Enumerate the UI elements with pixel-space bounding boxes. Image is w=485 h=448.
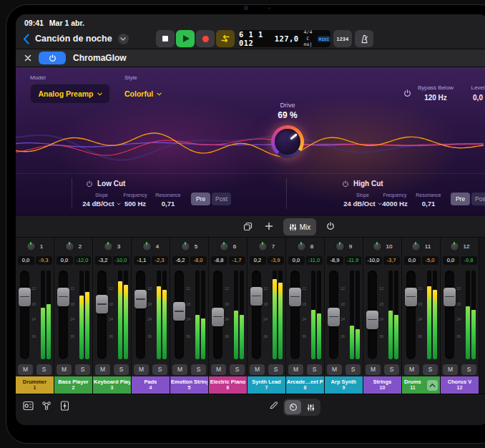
volume-value[interactable]: 0,0 — [288, 256, 305, 265]
pan-knob[interactable] — [181, 242, 190, 251]
track-name-cell[interactable]: Strings 10 — [363, 376, 401, 394]
volume-value[interactable]: -1,1 — [134, 256, 150, 265]
level-control[interactable]: Level 0,0 — [462, 84, 485, 102]
mute-button[interactable]: M — [18, 364, 33, 375]
volume-value[interactable]: -8,8 — [211, 256, 227, 265]
track-name-cell[interactable]: Drummer 1 — [16, 376, 54, 394]
volume-value[interactable]: 0,2 — [250, 256, 266, 265]
pan-knob[interactable] — [220, 242, 229, 251]
pan-knob[interactable] — [104, 242, 113, 251]
knob-view-button[interactable] — [285, 400, 301, 414]
volume-value[interactable]: 0,0 — [404, 256, 421, 265]
cycle-button[interactable] — [216, 30, 235, 47]
solo-button[interactable]: S — [423, 364, 438, 375]
volume-value[interactable]: 0,0 — [443, 256, 459, 265]
edit-button[interactable] — [269, 401, 278, 410]
solo-button[interactable]: S — [230, 364, 245, 375]
back-button[interactable] — [23, 34, 29, 44]
peak-value[interactable]: -1,7 — [229, 256, 245, 265]
mix-view-button[interactable]: Mix — [283, 218, 316, 235]
mute-button[interactable]: M — [404, 364, 419, 375]
fader-handle[interactable] — [366, 311, 378, 329]
low-cut-pre-button[interactable]: Pre — [191, 193, 210, 205]
solo-button[interactable]: S — [36, 364, 52, 375]
record-button[interactable] — [196, 30, 215, 47]
fader-track[interactable] — [59, 271, 68, 359]
track-name-cell[interactable]: Keyboard Player 3 — [93, 376, 131, 394]
mute-button[interactable]: M — [250, 364, 265, 375]
track-name-cell[interactable]: Chorus V 12 — [441, 376, 479, 394]
expand-stack-button[interactable] — [427, 380, 438, 391]
volume-value[interactable]: -8,9 — [327, 256, 343, 265]
fader-handle[interactable] — [289, 288, 301, 306]
pan-knob[interactable] — [450, 242, 459, 251]
high-cut-post-button[interactable]: Post — [471, 193, 485, 205]
channel-power-button[interactable] — [326, 222, 335, 230]
peak-value[interactable]: -3,9 — [268, 256, 284, 265]
pan-knob[interactable] — [258, 242, 268, 251]
low-cut-post-button[interactable]: Post — [212, 193, 231, 205]
mute-button[interactable]: M — [172, 364, 187, 375]
volume-value[interactable]: -6,2 — [172, 256, 189, 265]
solo-button[interactable]: S — [268, 364, 283, 375]
lcd-display[interactable]: 6 1 1 012 127,0 4/4 C maj MIDI — [239, 30, 330, 47]
mute-button[interactable]: M — [134, 364, 149, 375]
high-cut-pre-button[interactable]: Pre — [451, 193, 470, 205]
low-cut-power-button[interactable] — [86, 180, 93, 188]
peak-value[interactable]: -12,0 — [74, 256, 91, 265]
fader-track[interactable] — [329, 271, 338, 359]
mute-button[interactable]: M — [95, 364, 110, 375]
volume-value[interactable]: -3,2 — [95, 256, 112, 265]
fader-track[interactable] — [213, 271, 222, 359]
duplicate-button[interactable] — [243, 222, 253, 231]
fader-handle[interactable] — [173, 302, 185, 321]
bypass-control[interactable]: Bypass Below 120 Hz — [415, 84, 456, 102]
volume-value[interactable]: 0,0 — [18, 256, 34, 265]
fader-track[interactable] — [252, 271, 261, 359]
high-cut-resonance[interactable]: Resonance 0,71 — [410, 193, 447, 208]
fader-handle[interactable] — [444, 288, 456, 306]
fader-handle[interactable] — [212, 308, 224, 326]
solo-button[interactable]: S — [152, 364, 167, 375]
bypass-power-button[interactable] — [403, 89, 411, 97]
plugin-power-toggle[interactable] — [39, 52, 66, 64]
fader-handle[interactable] — [57, 288, 69, 306]
mute-button[interactable]: M — [57, 364, 72, 375]
peak-value[interactable]: -11,9 — [345, 256, 361, 265]
track-name-cell[interactable]: Pads 4 — [132, 376, 170, 394]
fader-track[interactable] — [368, 271, 377, 359]
mute-button[interactable]: M — [288, 364, 303, 375]
solo-button[interactable]: S — [307, 364, 322, 375]
count-in-button[interactable]: 1234 — [333, 30, 352, 47]
pan-knob[interactable] — [65, 242, 74, 251]
fader-track[interactable] — [406, 271, 416, 359]
pan-knob[interactable] — [335, 242, 345, 251]
solo-button[interactable]: S — [384, 364, 399, 375]
pan-knob[interactable] — [373, 242, 382, 251]
fader-track[interactable] — [136, 271, 145, 359]
low-cut-resonance[interactable]: Resonance 0,71 — [150, 193, 187, 208]
high-cut-power-button[interactable] — [342, 180, 349, 188]
peak-value[interactable]: -2,3 — [152, 256, 168, 265]
peak-value[interactable]: -10,0 — [113, 256, 129, 265]
track-name-cell[interactable]: Synth Lead 7 — [248, 376, 285, 394]
solo-button[interactable]: S — [191, 364, 206, 375]
pan-knob[interactable] — [26, 242, 36, 251]
metronome-button[interactable] — [355, 30, 373, 47]
track-name-cell[interactable]: Arcade…eet Pad 8 — [286, 376, 324, 394]
track-name-cell[interactable]: Electric Piano 6 — [209, 376, 247, 394]
close-plugin-button[interactable] — [24, 54, 31, 62]
fader-handle[interactable] — [134, 290, 147, 308]
fader-track[interactable] — [175, 271, 184, 359]
fader-handle[interactable] — [250, 287, 263, 306]
track-name-cell[interactable]: Emotion Strings 5 — [170, 376, 208, 394]
mute-button[interactable]: M — [443, 364, 458, 375]
mute-button[interactable]: M — [327, 364, 342, 375]
routing-button[interactable] — [41, 401, 52, 411]
play-button[interactable] — [176, 30, 195, 47]
drive-knob[interactable] — [271, 125, 304, 158]
model-selector[interactable]: Analog Preamp — [30, 84, 110, 104]
peak-value[interactable]: -9,3 — [36, 256, 52, 265]
track-name-cell[interactable]: Drums 11 — [402, 376, 440, 394]
peak-value[interactable]: -8,0 — [190, 256, 207, 265]
